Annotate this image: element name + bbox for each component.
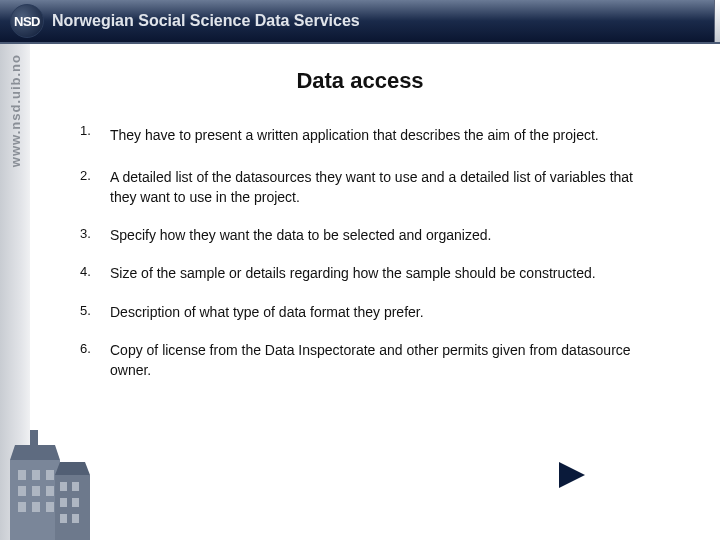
svg-rect-14 (60, 482, 67, 491)
website-url: www.nsd.uib.no (8, 54, 23, 167)
svg-rect-5 (18, 470, 26, 480)
list-item: 5. Description of what type of data form… (80, 302, 660, 322)
list-text: A detailed list of the datasources they … (110, 167, 660, 208)
svg-rect-11 (18, 502, 26, 512)
svg-rect-2 (30, 430, 38, 450)
list-item: 3. Specify how they want the data to be … (80, 225, 660, 245)
list-number: 2. (80, 167, 110, 208)
org-name: Norwegian Social Science Data Services (52, 12, 360, 30)
slide-title: Data access (0, 68, 720, 94)
list-item: 1. They have to present a written applic… (80, 122, 660, 149)
numbered-list: 1. They have to present a written applic… (80, 122, 660, 381)
svg-rect-10 (46, 486, 54, 496)
svg-rect-19 (72, 514, 79, 523)
list-item: 6. Copy of license from the Data Inspect… (80, 340, 660, 381)
building-illustration-icon (0, 420, 110, 540)
svg-rect-7 (46, 470, 54, 480)
list-text: Specify how they want the data to be sel… (110, 225, 660, 245)
logo: NSD Norwegian Social Science Data Servic… (10, 4, 360, 38)
nsd-logo-icon: NSD (10, 4, 44, 38)
svg-rect-17 (72, 498, 79, 507)
list-number: 6. (80, 340, 110, 381)
svg-rect-12 (32, 502, 40, 512)
header-right-cap (714, 0, 720, 42)
header-bar: NSD Norwegian Social Science Data Servic… (0, 0, 720, 42)
svg-rect-18 (60, 514, 67, 523)
next-arrow-icon[interactable] (559, 462, 585, 488)
list-text: Copy of license from the Data Inspectora… (110, 340, 660, 381)
svg-rect-13 (46, 502, 54, 512)
list-number: 3. (80, 225, 110, 245)
list-number: 4. (80, 263, 110, 283)
svg-rect-16 (60, 498, 67, 507)
svg-marker-4 (55, 462, 90, 475)
svg-rect-8 (18, 486, 26, 496)
list-text: Size of the sample or details regarding … (110, 263, 660, 283)
svg-rect-15 (72, 482, 79, 491)
list-number: 1. (80, 122, 110, 149)
list-text: Description of what type of data format … (110, 302, 660, 322)
svg-rect-9 (32, 486, 40, 496)
list-number: 5. (80, 302, 110, 322)
list-item: 2. A detailed list of the datasources th… (80, 167, 660, 208)
list-item: 4. Size of the sample or details regardi… (80, 263, 660, 283)
svg-rect-6 (32, 470, 40, 480)
list-text: They have to present a written applicati… (110, 122, 660, 149)
